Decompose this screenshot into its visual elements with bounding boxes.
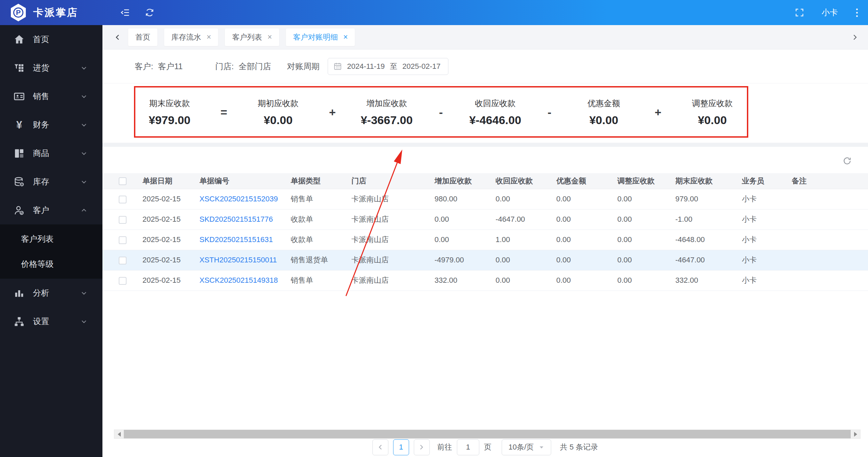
- tab-close-icon[interactable]: ×: [207, 33, 211, 41]
- cell-date: 2025-02-15: [142, 256, 181, 264]
- cell-number[interactable]: SKD20250215151631: [199, 235, 273, 244]
- sidebar-subitem-price-level[interactable]: 价格等级: [0, 252, 102, 277]
- chevron-down-icon: [80, 290, 88, 297]
- summary-stat-5: 调整应收款¥0.00: [685, 90, 739, 134]
- home-icon: [14, 34, 25, 45]
- column-header-salesman: 业务员: [742, 173, 792, 189]
- sidebar-item-purchase[interactable]: 进货: [0, 54, 102, 82]
- row-checkbox-cell: [102, 189, 142, 209]
- cell-salesman: 小卡: [742, 235, 757, 244]
- current-page-button[interactable]: 1: [393, 439, 409, 455]
- summary-stat-label: 增加应收款: [366, 98, 407, 109]
- inventory-icon: [14, 176, 25, 187]
- row-checkbox[interactable]: [119, 196, 127, 203]
- row-checkbox[interactable]: [119, 236, 127, 244]
- sidebar-item-label: 销售: [33, 91, 49, 102]
- column-header-adjust: 调整应收款: [617, 173, 675, 189]
- cell-number[interactable]: XSCK20250215149318: [199, 276, 278, 284]
- sidebar-item-settings[interactable]: 设置: [0, 307, 102, 336]
- summary-operator: +: [305, 90, 360, 134]
- cell-date: 2025-02-15: [142, 195, 181, 203]
- summary-stat-value: ¥0.00: [264, 114, 292, 127]
- summary-stat-value: ¥0.00: [698, 114, 727, 127]
- column-header-number: 单据编号: [199, 173, 291, 189]
- tabs-scroll-left-icon[interactable]: [113, 33, 121, 41]
- summary-stat-value: ¥979.00: [149, 114, 191, 127]
- cell-adjust: 0.00: [617, 256, 632, 264]
- tab-label: 库存流水: [171, 32, 201, 42]
- scroll-right-arrow[interactable]: [851, 430, 860, 438]
- column-header-store: 门店: [351, 173, 435, 189]
- refresh-icon[interactable]: [144, 7, 155, 18]
- period-filter-label: 对账周期: [287, 61, 320, 72]
- sidebar-item-sales[interactable]: 销售: [0, 82, 102, 111]
- cell-store: 卡派南山店: [351, 215, 389, 223]
- summary-stat-label: 收回应收款: [475, 98, 516, 109]
- summary-stat-value: ¥-3667.00: [361, 114, 412, 127]
- next-page-button[interactable]: [414, 439, 430, 455]
- sidebar-item-analysis[interactable]: 分析: [0, 279, 102, 307]
- row-checkbox-cell: [102, 250, 142, 270]
- tabs-scroll-right-icon[interactable]: [851, 33, 859, 41]
- sidebar-item-label: 库存: [33, 176, 49, 187]
- sidebar-item-goods[interactable]: 商品: [0, 139, 102, 167]
- sidebar: 首页进货销售¥财务商品库存客户客户列表价格等级分析设置: [0, 25, 102, 457]
- cell-type: 收款单: [291, 215, 313, 223]
- sidebar-item-home[interactable]: 首页: [0, 25, 102, 54]
- scrollbar-thumb[interactable]: [124, 430, 851, 438]
- cell-number[interactable]: SKD20250215151776: [199, 215, 273, 223]
- column-header-type: 单据类型: [291, 173, 351, 189]
- cell-add-receivable: 980.00: [435, 195, 457, 203]
- cell-discount: 0.00: [556, 195, 571, 203]
- scroll-left-arrow[interactable]: [114, 430, 124, 438]
- statement-table: 单据日期单据编号单据类型门店增加应收款收回应收款优惠金额调整应收款期末应收款业务…: [102, 173, 868, 291]
- cell-salesman: 小卡: [742, 195, 757, 203]
- page-size-select[interactable]: 10条/页: [502, 439, 551, 455]
- table-header-row: 单据日期单据编号单据类型门店增加应收款收回应收款优惠金额调整应收款期末应收款业务…: [102, 173, 868, 189]
- store-filter-label: 门店:: [215, 61, 234, 72]
- cell-number[interactable]: XSCK20250215152039: [199, 195, 278, 203]
- tab-close-icon[interactable]: ×: [343, 33, 348, 41]
- sidebar-subitem-customer-list[interactable]: 客户列表: [0, 226, 102, 252]
- tab-close-icon[interactable]: ×: [267, 33, 272, 41]
- row-checkbox[interactable]: [119, 216, 127, 224]
- tab-bar: 首页库存流水×客户列表×客户对账明细×: [102, 25, 868, 49]
- menu-fold-icon[interactable]: [120, 7, 130, 18]
- cell-number[interactable]: XSTH20250215150011: [199, 256, 277, 264]
- date-end: 2025-02-17: [402, 62, 441, 71]
- sidebar-item-inventory[interactable]: 库存: [0, 167, 102, 196]
- app-logo-area: P 卡派掌店: [0, 4, 102, 21]
- sidebar-menu: 首页进货销售¥财务商品库存客户客户列表价格等级分析设置: [0, 25, 102, 336]
- row-checkbox[interactable]: [119, 277, 127, 285]
- tab-home[interactable]: 首页: [128, 28, 157, 46]
- sidebar-item-label: 商品: [33, 148, 49, 159]
- cell-final-receivable: -4647.00: [675, 256, 705, 264]
- date-range-picker[interactable]: 2024-11-19 至 2025-02-17: [328, 58, 448, 75]
- chevron-down-icon: [80, 178, 88, 185]
- goto-page-input[interactable]: [457, 439, 479, 455]
- cell-date: 2025-02-15: [142, 215, 181, 223]
- sidebar-item-customer[interactable]: 客户: [0, 196, 102, 224]
- tab-customer-list[interactable]: 客户列表×: [225, 28, 279, 46]
- tab-customer-statement[interactable]: 客户对账明细×: [286, 28, 355, 46]
- sidebar-item-finance[interactable]: ¥财务: [0, 111, 102, 139]
- select-all-checkbox[interactable]: [119, 177, 127, 185]
- sidebar-item-label: 客户: [33, 205, 49, 216]
- chevron-down-icon: [80, 93, 88, 100]
- cell-store: 卡派南山店: [351, 235, 389, 244]
- kebab-menu-icon[interactable]: [855, 7, 859, 18]
- fullscreen-icon[interactable]: [794, 7, 805, 18]
- summary-stat-0: 期末应收款¥979.00: [142, 90, 197, 134]
- cell-adjust: 0.00: [617, 215, 632, 223]
- summary-stat-label: 期末应收款: [149, 98, 190, 109]
- prev-page-button[interactable]: [372, 439, 388, 455]
- summary-operator: +: [631, 90, 685, 134]
- user-menu[interactable]: 小卡: [822, 7, 838, 18]
- summary-stat-2: 增加应收款¥-3667.00: [360, 90, 414, 134]
- cell-discount: 0.00: [556, 215, 571, 223]
- tab-inventory-flow[interactable]: 库存流水×: [164, 28, 218, 46]
- cell-final-receivable: -1.00: [675, 215, 692, 223]
- cell-received: 0.00: [496, 276, 510, 284]
- row-checkbox[interactable]: [119, 257, 127, 264]
- table-refresh-icon[interactable]: [843, 156, 852, 165]
